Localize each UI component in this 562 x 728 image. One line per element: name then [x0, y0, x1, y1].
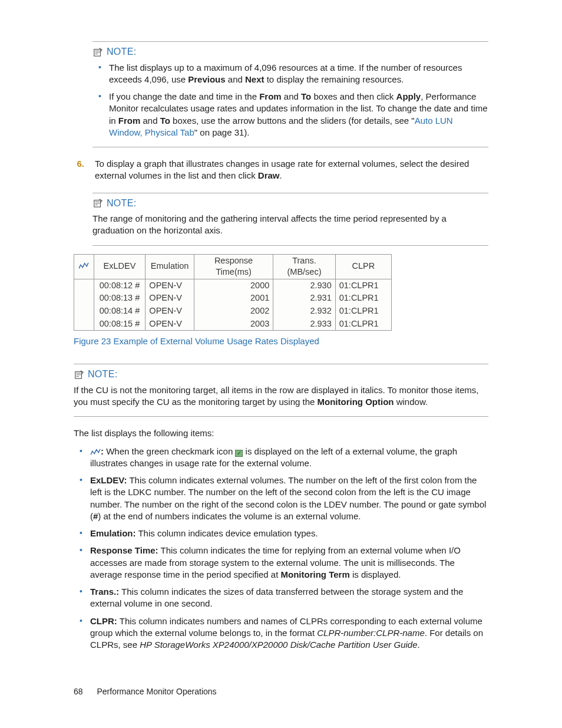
cell-icon	[74, 292, 94, 305]
th-clpr: CLPR	[335, 254, 391, 279]
list-item-checkmark: : When the green checkmark icon ✓ is dis…	[74, 446, 488, 470]
cell-trans: 2.933	[273, 318, 335, 331]
th-trans: Trans.(MB/sec)	[273, 254, 335, 279]
cell-exldev: 00:08:15 #	[94, 318, 146, 331]
cell-exldev: 00:08:13 #	[94, 292, 146, 305]
list-item-clpr: CLPR: This column indicates numbers and …	[74, 615, 488, 651]
list-item-trans: Trans.: This column indicates the sizes …	[74, 586, 488, 610]
rule	[74, 364, 488, 364]
table-row: 00:08:12 #OPEN-V20002.93001:CLPR1	[74, 279, 392, 292]
note2-body: The range of monitoring and the gatherin…	[92, 213, 488, 237]
cell-emulation: OPEN-V	[146, 318, 194, 331]
note-icon	[74, 370, 84, 379]
page-footer: 68 Performance Monitor Operations	[74, 686, 217, 697]
note1-bullet1: The list displays up to a maximum of 4,0…	[92, 62, 488, 86]
column-description-list: : When the green checkmark icon ✓ is dis…	[74, 446, 488, 651]
note-header: NOTE:	[92, 45, 488, 58]
note1-list: The list displays up to a maximum of 4,0…	[92, 62, 488, 139]
external-volume-table: ExLDEV Emulation Response Time(ms) Trans…	[74, 254, 392, 331]
rule	[74, 416, 488, 417]
cell-clpr: 01:CLPR1	[335, 292, 391, 305]
cell-icon	[74, 279, 94, 292]
table-row: 00:08:15 #OPEN-V20032.93301:CLPR1	[74, 318, 392, 331]
step-number: 6.	[74, 158, 84, 182]
cell-icon	[74, 318, 94, 331]
note-label: NOTE:	[107, 45, 136, 58]
list-item-emulation: Emulation: This column indicates device …	[74, 528, 488, 539]
th-icon	[74, 254, 94, 279]
cell-trans: 2.931	[273, 292, 335, 305]
th-emulation: Emulation	[146, 254, 194, 279]
graph-icon	[90, 448, 101, 456]
checkmark-icon: ✓	[235, 450, 243, 457]
cell-response: 2000	[194, 279, 273, 292]
note-icon	[92, 198, 103, 207]
cell-response: 2001	[194, 292, 273, 305]
cell-emulation: OPEN-V	[146, 292, 194, 305]
rule	[92, 147, 488, 147]
table-header-row: ExLDEV Emulation Response Time(ms) Trans…	[74, 254, 392, 279]
note3-body: If the CU is not the monitoring target, …	[74, 384, 488, 409]
note-header: NOTE:	[92, 197, 488, 210]
cell-response: 2002	[194, 305, 273, 318]
note-block-2: NOTE: The range of monitoring and the ga…	[92, 193, 488, 246]
list-item-exldev: ExLDEV: This column indicates external v…	[74, 475, 488, 522]
cell-emulation: OPEN-V	[146, 279, 194, 292]
footer-title: Performance Monitor Operations	[97, 687, 216, 696]
th-response: Response Time(ms)	[194, 254, 273, 279]
svg-rect-0	[94, 49, 101, 56]
cell-icon	[74, 305, 94, 318]
table-row: 00:08:14 #OPEN-V20022.93201:CLPR1	[74, 305, 392, 318]
note-header: NOTE:	[74, 368, 488, 381]
note-block-1: NOTE: The list displays up to a maximum …	[92, 41, 488, 147]
cell-exldev: 00:08:12 #	[94, 279, 146, 292]
th-exldev: ExLDEV	[94, 254, 146, 279]
note1-bullet2: If you change the date and time in the F…	[92, 91, 488, 139]
page-number: 68	[74, 687, 83, 696]
note-label: NOTE:	[107, 197, 136, 210]
list-item-response: Response Time: This column indicates the…	[74, 545, 488, 581]
cell-clpr: 01:CLPR1	[335, 305, 391, 318]
note-label: NOTE:	[88, 368, 117, 381]
graph-icon	[78, 262, 89, 270]
cell-trans: 2.930	[273, 279, 335, 292]
note-block-3: NOTE: If the CU is not the monitoring ta…	[74, 364, 488, 417]
figure-23: ExLDEV Emulation Response Time(ms) Trans…	[74, 254, 488, 348]
cell-clpr: 01:CLPR1	[335, 318, 391, 331]
rule	[92, 41, 488, 42]
cell-exldev: 00:08:14 #	[94, 305, 146, 318]
table-row: 00:08:13 #OPEN-V20012.93101:CLPR1	[74, 292, 392, 305]
step-6: 6. To display a graph that illustrates c…	[74, 158, 488, 182]
rule	[92, 245, 488, 246]
cell-trans: 2.932	[273, 305, 335, 318]
step-text: To display a graph that illustrates chan…	[95, 158, 488, 182]
rule	[92, 193, 488, 193]
cell-emulation: OPEN-V	[146, 305, 194, 318]
cell-clpr: 01:CLPR1	[335, 279, 391, 292]
figure-caption: Figure 23 Example of External Volume Usa…	[74, 335, 488, 347]
note-icon	[92, 47, 103, 57]
document-page: NOTE: The list displays up to a maximum …	[0, 0, 562, 728]
cell-response: 2003	[194, 318, 273, 331]
list-intro: The list displays the following items:	[74, 427, 488, 439]
